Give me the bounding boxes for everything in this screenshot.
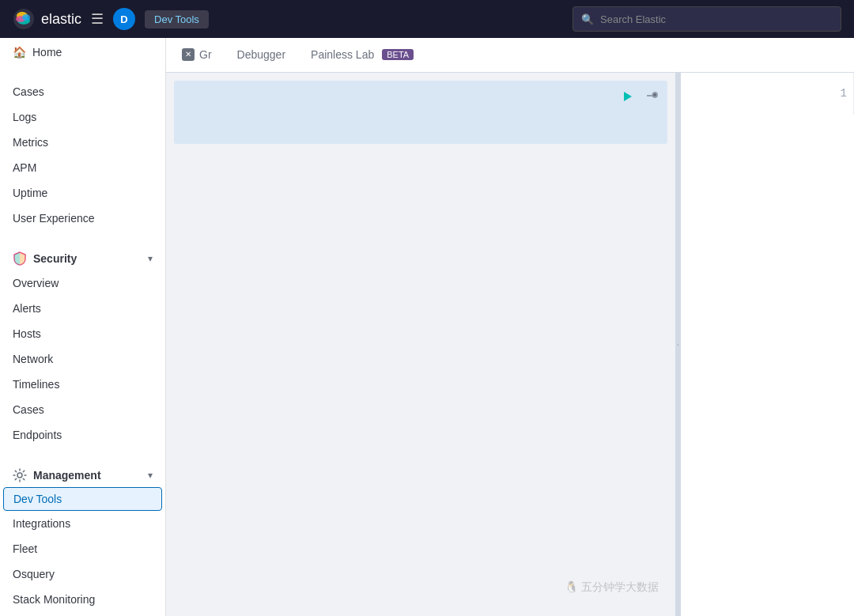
user-avatar[interactable]: D xyxy=(113,8,135,30)
main-layout: 🏠 Home Cases Logs Metrics APM Uptime Use… xyxy=(0,38,854,616)
sidebar-item-alerts[interactable]: Alerts xyxy=(0,296,165,321)
security-icon xyxy=(13,251,27,266)
editor-highlight-area xyxy=(174,81,667,144)
sidebar-item-apm[interactable]: APM xyxy=(0,155,165,180)
sidebar-item-uptime[interactable]: Uptime xyxy=(0,180,165,206)
dev-tools-breadcrumb[interactable]: Dev Tools xyxy=(145,10,209,28)
management-section-header[interactable]: Management ▾ xyxy=(0,460,165,487)
tab-gr[interactable]: ✕ Gr xyxy=(169,38,225,72)
sidebar-cases-top-label: Cases xyxy=(13,85,44,98)
left-editor-panel: 🐧 五分钟学大数据 xyxy=(166,73,675,616)
security-title-label: Security xyxy=(33,252,77,265)
svg-marker-6 xyxy=(624,92,632,101)
sidebar-item-network[interactable]: Network xyxy=(0,346,165,372)
hamburger-menu[interactable]: ☰ xyxy=(91,10,104,28)
sidebar-item-home[interactable]: 🏠 Home xyxy=(0,38,165,66)
wrench-icon xyxy=(645,90,658,103)
sidebar-item-user-experience[interactable]: User Experience xyxy=(0,206,165,231)
search-input[interactable] xyxy=(600,13,833,25)
editor-container: 🐧 五分钟学大数据 ⋮ 1 xyxy=(166,73,854,616)
right-output-panel: 1 xyxy=(680,73,854,616)
svg-point-4 xyxy=(22,14,30,21)
sidebar-item-osquery[interactable]: Osquery xyxy=(0,561,165,587)
editor-input[interactable] xyxy=(166,152,675,616)
sidebar-item-overview[interactable]: Overview xyxy=(0,270,165,296)
tab-painless-lab[interactable]: Painless Lab BETA xyxy=(298,38,426,72)
content-area: ✕ Gr Debugger Painless Lab BETA xyxy=(166,38,854,616)
tab-debugger-label: Debugger xyxy=(237,48,286,61)
home-icon: 🏠 xyxy=(13,46,26,59)
security-chevron-icon: ▾ xyxy=(148,253,153,264)
tab-painless-lab-label: Painless Lab xyxy=(311,48,374,61)
svg-point-7 xyxy=(653,93,656,96)
sidebar-apm-label: APM xyxy=(13,161,36,174)
security-section-title: Security xyxy=(13,251,77,266)
tab-beta-badge: BETA xyxy=(382,49,414,60)
sidebar-item-stack-management[interactable]: Stack Management xyxy=(0,612,165,616)
sidebar-item-timelines[interactable]: Timelines xyxy=(0,372,165,397)
security-section-header[interactable]: Security ▾ xyxy=(0,244,165,270)
top-bar: elastic ☰ D Dev Tools 🔍 xyxy=(0,0,854,38)
sidebar-logs-label: Logs xyxy=(13,111,36,123)
logo: elastic xyxy=(13,8,81,30)
sidebar-item-endpoints[interactable]: Endpoints xyxy=(0,422,165,448)
sidebar-item-hosts[interactable]: Hosts xyxy=(0,321,165,346)
sidebar-metrics-label: Metrics xyxy=(13,136,48,149)
sidebar: 🏠 Home Cases Logs Metrics APM Uptime Use… xyxy=(0,38,166,616)
tab-debugger[interactable]: Debugger xyxy=(225,38,299,72)
logo-text: elastic xyxy=(41,11,81,28)
sidebar-item-integrations[interactable]: Integrations xyxy=(0,511,165,536)
run-button[interactable] xyxy=(618,87,637,106)
management-gear-icon xyxy=(13,468,27,482)
search-bar: 🔍 xyxy=(572,6,841,32)
tab-bar: ✕ Gr Debugger Painless Lab BETA xyxy=(166,38,854,73)
editor-toolbar xyxy=(618,87,661,106)
sidebar-item-metrics[interactable]: Metrics xyxy=(0,130,165,155)
sidebar-item-fleet[interactable]: Fleet xyxy=(0,536,165,561)
line-numbers: 1 xyxy=(681,73,854,115)
tab-gr-label: Gr xyxy=(199,48,212,61)
line-number-1: 1 xyxy=(687,85,847,102)
sidebar-user-experience-label: User Experience xyxy=(13,212,95,225)
sidebar-item-dev-tools[interactable]: Dev Tools xyxy=(3,487,162,511)
management-section-title: Management xyxy=(13,468,101,482)
sidebar-item-cases-top[interactable]: Cases xyxy=(0,79,165,104)
sidebar-item-logs[interactable]: Logs xyxy=(0,104,165,130)
sidebar-item-stack-monitoring[interactable]: Stack Monitoring xyxy=(0,587,165,612)
svg-point-5 xyxy=(17,473,22,478)
tab-gr-close-icon[interactable]: ✕ xyxy=(182,48,195,61)
sidebar-uptime-label: Uptime xyxy=(13,187,47,199)
management-chevron-icon: ▾ xyxy=(148,470,153,481)
search-icon: 🔍 xyxy=(581,13,594,25)
sidebar-home-label: Home xyxy=(32,46,62,59)
play-icon xyxy=(622,90,634,103)
elastic-logo-icon xyxy=(13,8,35,30)
sidebar-item-cases[interactable]: Cases xyxy=(0,397,165,422)
management-title-label: Management xyxy=(33,469,101,482)
settings-button[interactable] xyxy=(642,87,661,106)
